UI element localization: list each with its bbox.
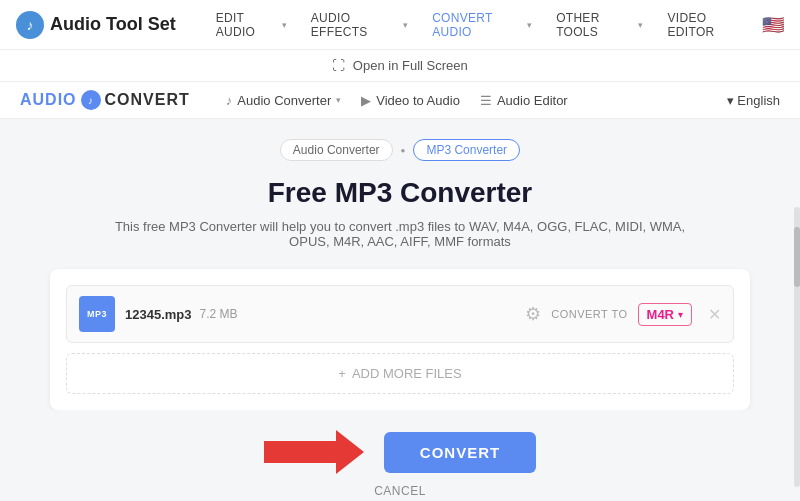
file-row-actions: ⚙ CONVERT TO M4R ▾ ✕ <box>525 303 721 326</box>
format-value: M4R <box>647 307 674 322</box>
convert-to-label: CONVERT TO <box>551 308 627 320</box>
page-description: This free MP3 Converter will help you to… <box>110 219 690 249</box>
arrow-svg <box>264 430 364 474</box>
converter-box: MP3 12345.mp3 7.2 MB ⚙ CONVERT TO M4R ▾ … <box>50 269 750 410</box>
file-row: MP3 12345.mp3 7.2 MB ⚙ CONVERT TO M4R ▾ … <box>66 285 734 343</box>
sub-logo: AUDIO ♪ CONVERT <box>20 90 190 110</box>
sub-nav: AUDIO ♪ CONVERT ♪ Audio Converter ▾ ▶ Vi… <box>0 82 800 119</box>
breadcrumb-audio-converter[interactable]: Audio Converter <box>280 139 393 161</box>
file-type-icon: MP3 <box>79 296 115 332</box>
format-chevron-icon: ▾ <box>678 309 683 320</box>
video-icon: ▶ <box>361 93 371 108</box>
nav-items: EDIT AUDIO ▾ AUDIO EFFECTS ▾ CONVERT AUD… <box>206 5 784 45</box>
sub-logo-audio: AUDIO <box>20 91 77 109</box>
nav-item-edit-audio[interactable]: EDIT AUDIO ▾ <box>206 5 297 45</box>
scrollbar[interactable] <box>794 207 800 487</box>
add-more-files-button[interactable]: + ADD MORE FILES <box>66 353 734 394</box>
fullscreen-bar: ⛶ Open in Full Screen <box>0 50 800 82</box>
breadcrumb-separator: ● <box>401 146 406 155</box>
chevron-down-icon: ▾ <box>403 20 408 30</box>
sub-logo-icon: ♪ <box>81 90 101 110</box>
chevron-down-icon: ▾ <box>638 20 643 30</box>
plus-icon: + <box>338 366 346 381</box>
settings-icon[interactable]: ⚙ <box>525 303 541 325</box>
sub-nav-audio-editor[interactable]: ☰ Audio Editor <box>480 93 568 108</box>
red-arrow <box>264 430 364 474</box>
convert-button[interactable]: CONVERT <box>384 432 536 473</box>
logo-icon: ♪ <box>16 11 44 39</box>
format-select[interactable]: M4R ▾ <box>638 303 692 326</box>
page-title: Free MP3 Converter <box>0 177 800 209</box>
convert-section: CONVERT CANCEL <box>0 410 800 501</box>
expand-icon: ⛶ <box>332 58 345 73</box>
chevron-down-icon: ▾ <box>527 20 532 30</box>
nav-item-audio-effects[interactable]: AUDIO EFFECTS ▾ <box>301 5 418 45</box>
add-files-label: ADD MORE FILES <box>352 366 462 381</box>
file-name: 12345.mp3 <box>125 307 192 322</box>
sub-nav-audio-converter[interactable]: ♪ Audio Converter ▾ <box>226 93 341 108</box>
breadcrumb-mp3-converter[interactable]: MP3 Converter <box>413 139 520 161</box>
chevron-down-icon: ▾ <box>336 95 341 105</box>
music-icon: ♪ <box>226 93 233 108</box>
sub-logo-convert: CONVERT <box>105 91 190 109</box>
fullscreen-button[interactable]: ⛶ Open in Full Screen <box>332 58 468 73</box>
scrollbar-thumb <box>794 227 800 287</box>
sub-nav-video-to-audio[interactable]: ▶ Video to Audio <box>361 93 460 108</box>
nav-item-video-editor[interactable]: VIDEO EDITOR <box>658 5 758 45</box>
cancel-button[interactable]: CANCEL <box>0 484 800 498</box>
logo[interactable]: ♪ Audio Tool Set <box>16 11 176 39</box>
file-size: 7.2 MB <box>200 307 238 321</box>
nav-item-convert-audio[interactable]: CONVERT AUDIO ▾ <box>422 5 542 45</box>
content-area: Audio Converter ● MP3 Converter Free MP3… <box>0 119 800 501</box>
chevron-down-icon: ▾ <box>282 20 287 30</box>
editor-icon: ☰ <box>480 93 492 108</box>
nav-item-other-tools[interactable]: OTHER TOOLS ▾ <box>546 5 653 45</box>
top-nav: ♪ Audio Tool Set EDIT AUDIO ▾ AUDIO EFFE… <box>0 0 800 50</box>
flag-icon: 🇺🇸 <box>762 14 784 36</box>
breadcrumb: Audio Converter ● MP3 Converter <box>0 139 800 161</box>
logo-text: Audio Tool Set <box>50 14 176 35</box>
svg-marker-0 <box>264 430 364 474</box>
remove-file-button[interactable]: ✕ <box>708 305 721 324</box>
language-selector[interactable]: ▾ English <box>727 93 780 108</box>
convert-wrapper: CONVERT <box>0 430 800 474</box>
